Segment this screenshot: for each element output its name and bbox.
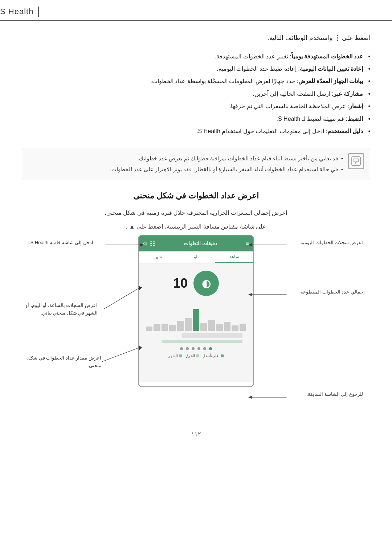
- dot: [203, 347, 206, 350]
- annotation-left-3: اعرض مقدار عداد الخطوات في شكلمنحنى.: [27, 354, 101, 370]
- bar: [169, 325, 176, 331]
- bar: [240, 324, 246, 331]
- step-circle: ◐: [193, 271, 219, 296]
- phone-top-right-icons: ☷ ∞: [143, 240, 155, 247]
- dot: [180, 347, 183, 350]
- mini-chart-area: [142, 331, 250, 345]
- step-number-display: 10: [173, 276, 188, 291]
- bar: [146, 327, 152, 331]
- bullet-list: عدد الخطوات المستهدفة يومياً: تغيير عدد …: [22, 51, 370, 137]
- tab-hour[interactable]: ساعة: [215, 251, 253, 263]
- note-text: • قد تعاني من تأخير بسيط أثناء قيام عداد…: [28, 153, 343, 175]
- dot: [186, 347, 189, 350]
- diagram-wrapper: ≡ دقيقات التطوات ☷ ∞ ساعة يلو شهر: [22, 235, 370, 416]
- page-content: اضغط على ⋮ واستخدم الوظائف التالية: عدد …: [0, 32, 392, 459]
- bar: [185, 318, 191, 331]
- phone-top-bar: ≡ دقيقات التطوات ☷ ∞: [139, 235, 253, 251]
- legend-item: الشهر: [168, 354, 182, 358]
- legend-item: الحرق: [185, 354, 199, 358]
- svg-line-5: [104, 287, 140, 309]
- phone-top-icons: ≡: [246, 240, 249, 247]
- annotation-left-1: ادخل إلى شاشة قائمة S Health.: [29, 240, 93, 245]
- bar: [232, 325, 238, 331]
- legend-dot: [179, 354, 182, 357]
- dots-row: [142, 345, 250, 352]
- bar: [177, 321, 184, 331]
- bar: [162, 324, 168, 331]
- phone-top-title: دقيقات التطوات: [184, 241, 217, 246]
- bar: [216, 324, 222, 331]
- tab-day[interactable]: يلو: [177, 251, 215, 263]
- list-item: الضبط: قم بتهيئة لضبط لـ S Health.: [22, 114, 370, 124]
- legend-dot: [221, 354, 224, 357]
- header-title: S Health: [0, 7, 33, 16]
- svg-marker-14: [248, 396, 252, 399]
- list-item: بيانات الجهاز المعدّة للعرض: حدد جهازًا …: [22, 76, 370, 87]
- tab-month[interactable]: شهر: [139, 251, 177, 263]
- list-item: إشعار: عرض الملاحظة الخاصة بالسعرات التي…: [22, 101, 370, 112]
- section-title: اعرض عداد الخطوات في شكل منحنى: [22, 191, 370, 201]
- bar: [208, 320, 215, 331]
- annotation-right-2: إجمالي عدد الخطوات المقطوعة: [301, 289, 365, 295]
- note-box: • قد تعاني من تأخير بسيط أثناء قيام عداد…: [22, 148, 370, 180]
- bar: [154, 324, 160, 331]
- header-line: [38, 7, 39, 17]
- legend-label: الشهر: [168, 354, 178, 358]
- bar-highlight: [193, 309, 199, 331]
- page-header: S Health: [0, 0, 392, 21]
- list-item: إعادة تعيين البيانات اليومية: إعادة ضبط …: [22, 63, 370, 74]
- bar: [200, 323, 207, 331]
- list-item: عدد الخطوات المستهدفة يومياً: تغيير عدد …: [22, 51, 370, 62]
- dot: [197, 347, 200, 350]
- annotation-right-3: للرجوع إلى الشاشة السابقة.: [307, 391, 363, 397]
- bar-chart: [142, 302, 250, 331]
- bar: [224, 322, 230, 331]
- svg-line-7: [102, 347, 140, 362]
- step-counter-area: ◐ 10: [142, 267, 250, 300]
- annotation-left-2: اعرض السجلات بالساعة، أو اليوم، أوالشهر …: [25, 302, 98, 317]
- phone-tabs: ساعة يلو شهر: [139, 251, 253, 263]
- note-icon: [348, 153, 364, 169]
- legend-item: أعلى/أسفل: [203, 354, 224, 358]
- phone-mockup: ≡ دقيقات التطوات ☷ ∞ ساعة يلو شهر: [138, 235, 254, 387]
- section-desc-1: اعرض إجمالي السعرات الحرارية المحترقة خل…: [22, 207, 370, 219]
- legend-label: أعلى/أسفل: [203, 354, 220, 358]
- annotation-right-1: اعرض سجلات الخطوات اليومية.: [299, 240, 363, 245]
- phone-body: ◐ 10: [139, 263, 253, 382]
- legend-label: الحرق: [185, 354, 195, 358]
- dot: [209, 347, 212, 350]
- list-item: دليل المستخدم: ادخل إلى معلومات التعليما…: [22, 126, 370, 137]
- legend-dot: [196, 354, 199, 357]
- intro-text: اضغط على ⋮ واستخدم الوظائف التالية:: [22, 32, 370, 44]
- list-item: مشاركة عبر: ارسل الصفحة الحالية إلى آخري…: [22, 89, 370, 99]
- dot: [192, 347, 195, 350]
- section-desc-2: على شاشة مقياس مسافة السير الرئيسية، اضغ…: [22, 221, 370, 233]
- chart-legend: أعلى/أسفل الحرق الشهر: [142, 352, 250, 359]
- page-number: ١١٢: [22, 431, 370, 445]
